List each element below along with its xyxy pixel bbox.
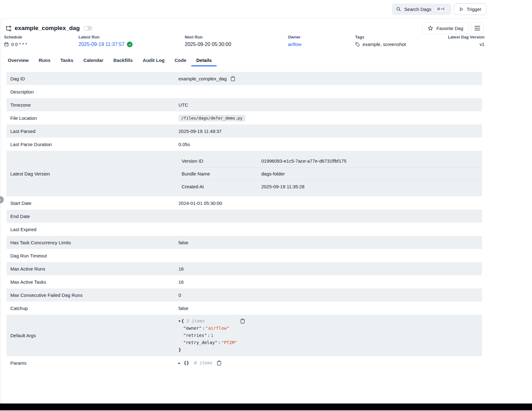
tab-code[interactable]: Code [170, 55, 192, 66]
params-value: {} [184, 360, 189, 365]
meta-next-run: Next Run 2025-09-20 05:30:00 [185, 35, 231, 47]
catchup-value: false [178, 306, 188, 311]
has-task-concurrency-limits-value: false [178, 240, 188, 245]
items-count: 0 items [194, 360, 213, 365]
last-parsed-value: 2025-09-19 11:49:37 [178, 129, 222, 134]
tab-calendar[interactable]: Calendar [78, 55, 108, 66]
latest-dag-version-subtable: Version ID 01996093-e1c5-7ace-a77e-d6731… [178, 151, 482, 196]
latest-run-label: Latest Run [78, 35, 133, 39]
row-label: Max Active Runs [7, 266, 178, 271]
table-row-last-expired: Last Expired [7, 223, 482, 236]
row-label: Latest Dag Version [7, 171, 178, 176]
dag-meta-row: Schedule 0 0 * * * Latest Run 2025-09-19… [1, 35, 488, 55]
table-row-start-date: Start Date 2024-01-01 05:30:00 [7, 196, 482, 210]
table-row-max-active-tasks: Max Active Tasks 16 [7, 275, 482, 288]
bundle-name-value: dags-folder [261, 171, 285, 176]
table-row-dag-run-timeout: Dag Run Timeout [7, 249, 482, 262]
schedule-label: Schedule [4, 35, 27, 39]
table-row-timezone: Timezone UTC [7, 98, 482, 111]
row-label: File Location [7, 115, 178, 121]
top-bar: Search Dags ⌘+K Trigger [0, 0, 532, 18]
table-row-max-consecutive-failed-dag-runs: Max Consecutive Failed Dag Runs 0 [7, 288, 482, 302]
row-label: Dag ID [7, 76, 178, 81]
row-label: Start Date [7, 200, 178, 206]
table-row-last-parsed: Last Parsed 2025-09-19 11:49:37 [7, 124, 482, 138]
items-count: 3 items [186, 318, 205, 323]
meta-tags: Tags example, screenshot [355, 35, 406, 47]
row-label: Created At [178, 184, 261, 189]
dag-id-value: example_complex_dag [178, 76, 227, 81]
row-label: Description [7, 89, 178, 94]
bottom-window-bar [0, 403, 532, 410]
dag-title-row: example_complex_dag Favorite Dag [1, 18, 488, 35]
search-shortcut-badge: ⌘+K [434, 6, 447, 12]
expand-triangle-icon[interactable]: ▶ [178, 361, 180, 365]
tab-details[interactable]: Details [191, 55, 217, 66]
details-table: Dag ID example_complex_dag Description T… [7, 72, 482, 369]
hamburger-icon [474, 26, 480, 30]
tab-overview[interactable]: Overview [3, 55, 34, 66]
row-label: Max Consecutive Failed Dag Runs [7, 292, 178, 298]
dag-tabs: Overview Runs Tasks Calendar Backfills A… [1, 55, 488, 66]
tag-icon [355, 42, 360, 47]
tab-tasks[interactable]: Tasks [55, 55, 78, 66]
favorite-dag-label: Favorite Dag [436, 26, 463, 31]
file-location-value: /files/dags/defer_demo.py [178, 115, 245, 121]
play-icon [459, 7, 464, 12]
created-at-value: 2025-09-19 11:35:28 [261, 184, 304, 189]
json-value: "airflow" [205, 326, 229, 331]
max-active-tasks-value: 16 [178, 279, 184, 285]
tab-backfills[interactable]: Backfills [108, 55, 138, 66]
table-row-default-args: Default Args ▼{3 items "owner":"airflow"… [7, 315, 482, 356]
copy-icon[interactable] [231, 76, 235, 81]
copy-icon[interactable] [217, 360, 221, 366]
next-run-label: Next Run [185, 35, 231, 39]
meta-owner: Owner airflow [288, 35, 301, 47]
dag-options-menu-button[interactable] [471, 22, 484, 34]
row-label: Max Active Tasks [7, 279, 178, 285]
json-separator: : [202, 326, 205, 331]
row-label: Last Parsed [7, 129, 178, 134]
subrow-bundle-name: Bundle Name dags-folder [178, 167, 482, 180]
latest-run-link[interactable]: 2025-09-19 11:37:57 [78, 42, 124, 47]
row-label: Has Task Concurrency Limits [7, 240, 178, 245]
calendar-icon [4, 42, 9, 47]
search-icon [396, 7, 401, 12]
table-row-max-active-runs: Max Active Runs 16 [7, 262, 482, 275]
table-row-latest-dag-version: Latest Dag Version Version ID 01996093-e… [7, 151, 482, 196]
timezone-value: UTC [178, 102, 188, 108]
table-row-description: Description [7, 85, 482, 98]
open-brace: { [181, 318, 184, 323]
dag-pause-toggle[interactable] [84, 26, 92, 31]
search-dags-button[interactable]: Search Dags ⌘+K [392, 3, 451, 15]
row-label: Timezone [7, 102, 178, 108]
tab-runs[interactable]: Runs [34, 55, 56, 66]
table-row-file-location: File Location /files/dags/defer_demo.py [7, 111, 482, 124]
json-separator: : [218, 340, 221, 345]
json-key: "retry_delay" [183, 340, 218, 345]
max-consecutive-failed-dag-runs-value: 0 [178, 292, 181, 298]
trigger-button[interactable]: Trigger [454, 3, 486, 15]
tab-audit-log[interactable]: Audit Log [138, 55, 170, 66]
copy-icon[interactable] [240, 318, 245, 324]
version-id-value: 01996093-e1c5-7ace-a77e-d6731ffbf175 [261, 158, 346, 164]
row-label: End Date [7, 214, 178, 219]
collapse-triangle-icon[interactable]: ▼ [178, 319, 180, 323]
json-key: "retries" [183, 333, 207, 338]
meta-schedule: Schedule 0 0 * * * [4, 35, 27, 47]
success-check-icon [127, 42, 133, 47]
row-label: Last Expired [7, 227, 178, 232]
start-date-value: 2024-01-01 05:30:00 [178, 200, 222, 206]
latest-dag-version-label: Latest Dag Version [448, 35, 484, 39]
json-value: "PT2M" [221, 340, 237, 345]
latest-dag-version-value: v1 [479, 42, 484, 47]
next-run-value: 2025-09-20 05:30:00 [185, 42, 231, 47]
favorite-dag-button[interactable]: Favorite Dag [422, 22, 469, 34]
row-label: Last Parse Duration [7, 142, 178, 147]
subrow-version-id: Version ID 01996093-e1c5-7ace-a77e-d6731… [178, 155, 482, 167]
owner-link[interactable]: airflow [288, 42, 301, 47]
row-label: Version ID [178, 158, 261, 164]
row-label: Default Args [7, 333, 178, 338]
params-json-viewer: ▶{}0 items [178, 360, 221, 366]
row-label: Catchup [7, 306, 178, 311]
